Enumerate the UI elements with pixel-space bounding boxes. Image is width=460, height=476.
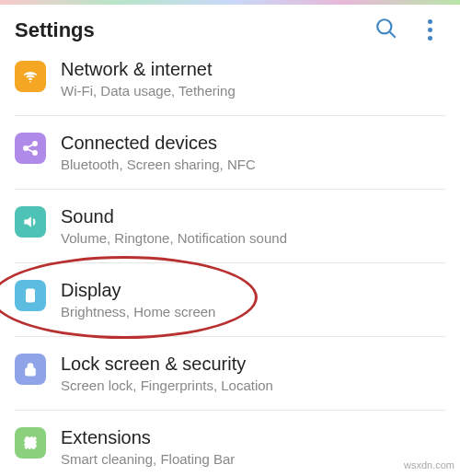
item-subtitle: Volume, Ringtone, Notification sound [61,230,445,246]
item-text: Sound Volume, Ringtone, Notification sou… [61,204,445,246]
settings-item-lock[interactable]: Lock screen & security Screen lock, Fing… [15,337,445,411]
item-title: Sound [61,204,445,228]
item-text: Connected devices Bluetooth, Screen shar… [61,131,445,172]
share-icon [15,133,46,164]
header-bar: Settings [0,5,460,55]
item-text: Network & internet Wi-Fi, Data usage, Te… [61,57,445,99]
settings-list: Network & internet Wi-Fi, Data usage, Te… [0,55,460,476]
item-subtitle: Brightness, Home screen [61,304,445,319]
page-title: Settings [15,18,374,42]
item-title: Connected devices [61,131,445,155]
item-subtitle: Smart cleaning, Floating Bar [61,451,445,467]
settings-item-connected[interactable]: Connected devices Bluetooth, Screen shar… [15,116,445,190]
wifi-icon [15,61,46,92]
item-title: Display [61,278,445,302]
svg-rect-10 [26,368,35,376]
settings-item-display[interactable]: Display Brightness, Home screen [15,263,445,337]
more-icon[interactable] [424,16,436,44]
speaker-icon [15,206,46,238]
settings-item-sound[interactable]: Sound Volume, Ringtone, Notification sou… [15,190,445,263]
item-subtitle: Bluetooth, Screen sharing, NFC [61,157,445,172]
svg-line-7 [28,149,34,152]
item-title: Extensions [61,425,445,449]
item-subtitle: Wi-Fi, Data usage, Tethering [61,83,445,99]
settings-item-network[interactable]: Network & internet Wi-Fi, Data usage, Te… [15,55,445,116]
svg-line-1 [390,31,396,37]
item-title: Network & internet [61,57,445,81]
item-subtitle: Screen lock, Fingerprints, Location [61,377,445,393]
extensions-icon [15,427,46,459]
item-title: Lock screen & security [61,352,445,376]
svg-line-6 [28,145,34,147]
header-actions [374,16,445,44]
settings-item-extensions[interactable]: Extensions Smart cleaning, Floating Bar [15,411,445,476]
item-text: Lock screen & security Screen lock, Fing… [61,352,445,393]
watermark: wsxdn.com [404,459,454,470]
svg-point-0 [377,19,391,33]
lock-icon [15,354,46,385]
item-text: Display Brightness, Home screen [61,278,445,319]
svg-point-2 [29,81,31,83]
search-icon[interactable] [374,17,398,44]
display-icon [15,280,46,311]
item-text: Extensions Smart cleaning, Floating Bar [61,425,445,467]
